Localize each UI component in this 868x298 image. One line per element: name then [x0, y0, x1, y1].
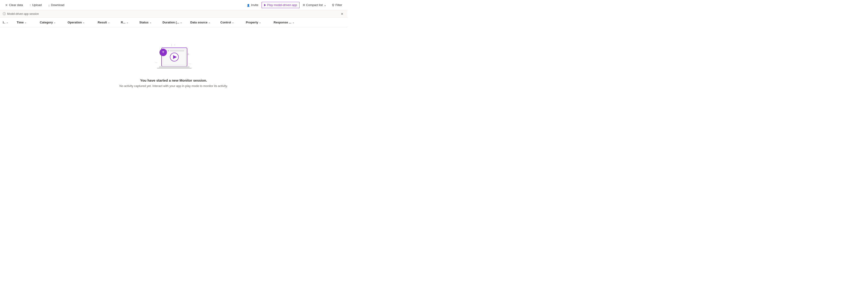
svg-text:+: +	[187, 52, 190, 57]
filter-icon	[332, 3, 334, 7]
svg-text:—: —	[189, 62, 191, 65]
upload-icon	[29, 3, 31, 7]
list-icon	[303, 3, 305, 7]
toolbar-right: Invite Play model-driven app Compact lis…	[244, 2, 344, 8]
svg-rect-13	[159, 66, 189, 68]
column-header-result[interactable]: Result⌄	[95, 18, 118, 27]
invite-label: Invite	[251, 3, 258, 7]
column-chevron-control-icon: ⌄	[232, 21, 234, 24]
play-model-driven-app-button[interactable]: Play model-driven app	[261, 2, 300, 8]
empty-state-subtitle: No activity captured yet. Interact with …	[119, 84, 228, 88]
column-chevron-duration-icon: ⌄	[180, 21, 182, 24]
upload-label: Upload	[32, 3, 42, 7]
column-label-category: Category	[40, 21, 53, 24]
laptop-illustration: + — — | + +	[153, 41, 194, 74]
close-button[interactable]: ✕	[340, 11, 344, 17]
compact-list-button[interactable]: Compact list ⌄	[301, 2, 329, 8]
column-header-r[interactable]: R...⌄	[118, 18, 136, 27]
compact-list-chevron-icon: ⌄	[324, 3, 327, 7]
column-chevron-datasource-icon: ⌄	[208, 21, 210, 24]
filter-button[interactable]: Filter	[330, 2, 344, 8]
svg-text:|: |	[171, 44, 172, 46]
clear-icon	[5, 3, 8, 7]
info-bar: Model-driven app session ✕	[0, 10, 347, 18]
column-label-status: Status	[140, 21, 149, 24]
toolbar-left: Clear data Upload Download	[3, 2, 244, 8]
column-headers: I..⌄Time⌄Category⌄Operation⌄Result⌄R...⌄…	[0, 18, 347, 27]
empty-state: + — — | + + You have start	[0, 27, 347, 97]
column-header-property[interactable]: Property⌄	[243, 18, 271, 27]
column-label-r: R...	[121, 21, 125, 24]
svg-rect-10	[170, 50, 184, 52]
session-label: Model-driven app session	[7, 12, 39, 16]
column-chevron-r-icon: ⌄	[126, 21, 128, 24]
column-label-time: Time	[17, 21, 24, 24]
play-app-label: Play model-driven app	[267, 3, 297, 7]
download-button[interactable]: Download	[46, 2, 67, 8]
column-chevron-result-icon: ⌄	[108, 21, 110, 24]
invite-icon	[247, 3, 250, 7]
clear-data-button[interactable]: Clear data	[3, 2, 25, 8]
column-chevron-response-icon: ⌄	[292, 21, 294, 24]
column-label-control: Control	[220, 21, 231, 24]
column-header-duration[interactable]: Duration (...⌄	[160, 18, 187, 27]
column-chevron-operation-icon: ⌄	[83, 21, 85, 24]
column-header-time[interactable]: Time⌄	[14, 18, 37, 27]
info-icon	[3, 12, 6, 16]
empty-state-title: You have started a new Monitor session.	[140, 78, 207, 82]
column-chevron-property-icon: ⌄	[259, 21, 261, 24]
column-header-operation[interactable]: Operation⌄	[65, 18, 95, 27]
clear-data-label: Clear data	[9, 3, 23, 7]
column-label-duration: Duration (...	[162, 21, 179, 24]
column-chevron-category-icon: ⌄	[54, 21, 56, 24]
toolbar: Clear data Upload Download Invite Play m…	[0, 0, 347, 10]
play-icon	[264, 4, 266, 6]
column-label-result: Result	[98, 21, 107, 24]
svg-text:+: +	[174, 44, 175, 46]
column-header-datasource[interactable]: Data source⌄	[187, 18, 218, 27]
upload-button[interactable]: Upload	[27, 2, 44, 8]
column-header-category[interactable]: Category⌄	[37, 18, 65, 27]
column-header-control[interactable]: Control⌄	[218, 18, 243, 27]
column-header-response[interactable]: Response ...⌄	[271, 18, 303, 27]
svg-rect-14	[157, 68, 192, 69]
compact-list-label: Compact list	[306, 3, 323, 7]
column-chevron-status-icon: ⌄	[150, 21, 151, 24]
svg-point-9	[168, 50, 169, 52]
column-header-status[interactable]: Status⌄	[136, 18, 160, 27]
column-chevron-time-icon: ⌄	[25, 21, 26, 24]
download-icon	[48, 3, 50, 7]
column-label-response: Response ...	[274, 21, 291, 24]
svg-text:+: +	[162, 49, 164, 54]
column-header-id[interactable]: I..⌄	[0, 18, 14, 27]
download-label: Download	[51, 3, 64, 7]
column-label-id: I..	[3, 21, 5, 24]
column-label-property: Property	[246, 21, 258, 24]
column-chevron-id-icon: ⌄	[6, 21, 8, 24]
invite-button[interactable]: Invite	[244, 2, 260, 8]
column-label-operation: Operation	[68, 21, 82, 24]
column-label-datasource: Data source	[190, 21, 207, 24]
svg-text:—: —	[155, 61, 157, 64]
filter-label: Filter	[335, 3, 342, 7]
